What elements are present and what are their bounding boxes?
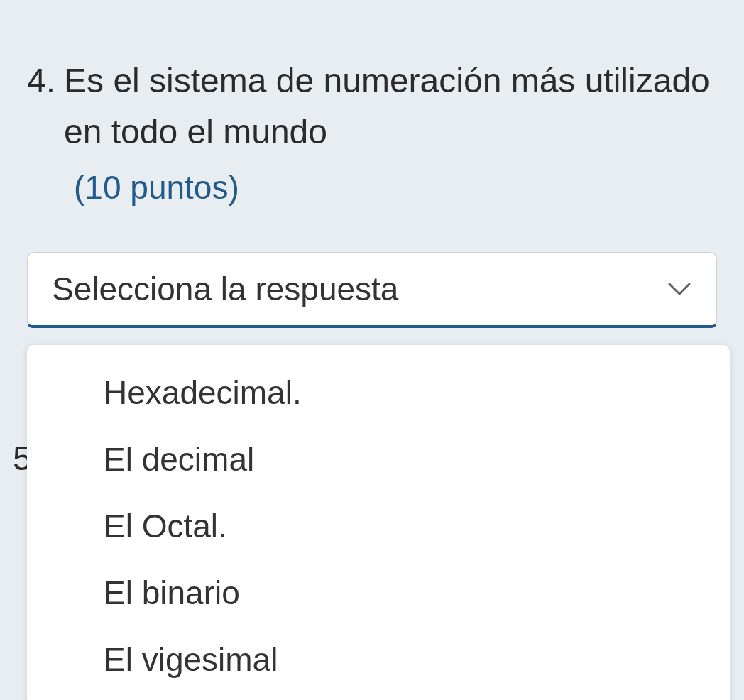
dropdown-option[interactable]: El binario — [27, 559, 730, 626]
question-container: 4. Es el sistema de numeración más utili… — [0, 0, 744, 328]
chevron-down-icon — [667, 281, 692, 297]
question-text: Es el sistema de numeración más utilizad… — [64, 55, 717, 158]
dropdown-option[interactable]: El vigesimal — [27, 626, 730, 693]
select-placeholder: Selecciona la respuesta — [52, 270, 398, 308]
question-number: 4. — [27, 55, 55, 106]
dropdown-panel: Hexadecimal. El decimal El Octal. El bin… — [27, 345, 730, 700]
question-points: (10 puntos) — [74, 163, 717, 212]
dropdown-option[interactable]: Hexadecimal. — [27, 359, 730, 426]
answer-select[interactable]: Selecciona la respuesta — [27, 252, 717, 328]
dropdown-option[interactable]: El decimal — [27, 426, 730, 493]
dropdown-option[interactable]: El Octal. — [27, 493, 730, 559]
